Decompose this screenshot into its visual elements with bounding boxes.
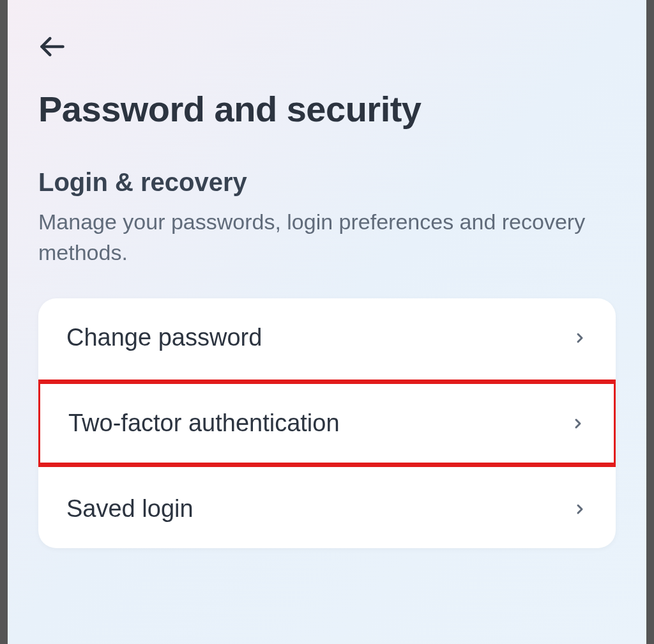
highlight-annotation: Two-factor authentication [38,379,616,467]
chevron-right-icon [572,330,588,346]
list-item-label: Two-factor authentication [68,410,340,437]
back-button[interactable] [38,31,70,63]
settings-card: Change password Two-factor authenticatio… [38,298,616,548]
page-title: Password and security [38,88,616,130]
change-password-item[interactable]: Change password [38,298,616,377]
chevron-right-icon [572,502,588,517]
two-factor-auth-item[interactable]: Two-factor authentication [40,384,614,463]
list-item-label: Saved login [66,495,194,523]
settings-page: Password and security Login & recovery M… [8,0,646,548]
section-description: Manage your passwords, login preferences… [38,207,616,268]
list-item-label: Change password [66,324,262,351]
chevron-right-icon [570,416,586,431]
arrow-left-icon [38,33,66,61]
saved-login-item[interactable]: Saved login [38,470,616,548]
section-title: Login & recovery [38,168,616,197]
